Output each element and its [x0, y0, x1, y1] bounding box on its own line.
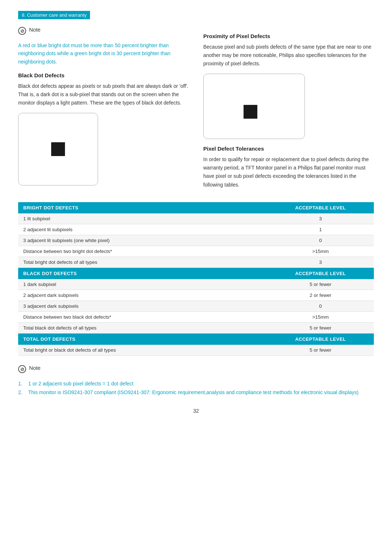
row-label: 3 adjacent lit subpixels (one white pixe… — [18, 235, 267, 246]
bottom-note-section: ⊘ Note 1. 1 or 2 adjacent sub pixel defe… — [18, 365, 374, 397]
table-row: Distance between two black dot defects* … — [18, 312, 374, 323]
row-label: Total bright dot defects of all types — [18, 257, 267, 268]
list-num: 1. — [18, 380, 23, 388]
row-label: Distance between two bright dot defects* — [18, 246, 267, 257]
black-dot-header-label: BLACK DOT DEFECTS — [18, 268, 267, 279]
bottom-note-header: ⊘ Note — [18, 365, 374, 373]
defect-tables: BRIGHT DOT DEFECTS ACCEPTABLE LEVEL 1 li… — [18, 202, 374, 356]
bright-dot-header-row: BRIGHT DOT DEFECTS ACCEPTABLE LEVEL — [18, 202, 374, 213]
table-row: 1 dark subpixel 5 or fewer — [18, 279, 374, 290]
bottom-note-icon: ⊘ — [18, 365, 26, 373]
note-label: Note — [29, 26, 41, 33]
row-value: 3 — [267, 257, 374, 268]
list-item: 2. This monitor is ISO9241-307 compliant… — [18, 388, 374, 397]
tolerance-body: In order to qualify for repair or replac… — [203, 155, 374, 189]
list-item: 1. 1 or 2 adjacent sub pixel defects = 1… — [18, 380, 374, 388]
proximity-heading: Proximity of Pixel Defects — [203, 33, 374, 39]
row-label: 2 adjacent lit subpixels — [18, 224, 267, 235]
table-row: Total black dot defects of all types 5 o… — [18, 323, 374, 334]
bottom-note-label: Note — [29, 365, 41, 371]
row-value: 1 — [267, 224, 374, 235]
right-diagram — [203, 74, 305, 139]
row-label: 1 lit subpixel — [18, 213, 267, 224]
black-square-icon — [51, 142, 65, 156]
row-label: Total bright or black dot defects of all… — [18, 345, 267, 356]
row-label: 1 dark subpixel — [18, 279, 267, 290]
table-row: 2 adjacent lit subpixels 1 — [18, 224, 374, 235]
black-dot-header-row: BLACK DOT DEFECTS ACCEPTABLE LEVEL — [18, 268, 374, 279]
row-value: 5 or fewer — [267, 345, 374, 356]
row-label: Total black dot defects of all types — [18, 323, 267, 334]
breadcrumb: 8. Customer care and warranty — [18, 11, 90, 19]
row-label: 2 adjacent dark subpixels — [18, 290, 267, 301]
total-dot-header-level: ACCEPTABLE LEVEL — [267, 334, 374, 345]
total-dot-header-label: TOTAL DOT DEFECTS — [18, 334, 267, 345]
right-column: Proximity of Pixel Defects Because pixel… — [203, 26, 374, 191]
row-value: 5 or fewer — [267, 279, 374, 290]
note-section: ⊘ Note — [18, 26, 189, 35]
left-column: ⊘ Note A red or blue bright dot must be … — [18, 26, 189, 191]
table-row: 3 adjacent dark subpixels 0 — [18, 301, 374, 312]
table-row: Total bright dot defects of all types 3 — [18, 257, 374, 268]
row-label: 3 adjacent dark subpixels — [18, 301, 267, 312]
total-dot-header-row: TOTAL DOT DEFECTS ACCEPTABLE LEVEL — [18, 334, 374, 345]
row-value: 2 or fewer — [267, 290, 374, 301]
row-value: 0 — [267, 235, 374, 246]
tolerance-heading: Pixel Defect Tolerances — [203, 146, 374, 152]
black-dot-body: Black dot defects appear as pixels or su… — [18, 82, 189, 107]
page-number: 32 — [18, 408, 374, 414]
table-row: Total bright or black dot defects of all… — [18, 345, 374, 356]
row-value: 3 — [267, 213, 374, 224]
table-row: Distance between two bright dot defects*… — [18, 246, 374, 257]
note-icon: ⊘ — [18, 27, 26, 35]
bottom-note-list: 1. 1 or 2 adjacent sub pixel defects = 1… — [18, 380, 374, 397]
black-square-right-icon — [244, 105, 257, 119]
left-diagram — [18, 113, 98, 185]
black-dot-heading: Black Dot Defects — [18, 72, 189, 78]
row-value: 0 — [267, 301, 374, 312]
row-value: 5 or fewer — [267, 323, 374, 334]
row-value: >15mm — [267, 246, 374, 257]
table-row: 2 adjacent dark subpixels 2 or fewer — [18, 290, 374, 301]
black-dot-header-level: ACCEPTABLE LEVEL — [267, 268, 374, 279]
row-label: Distance between two black dot defects* — [18, 312, 267, 323]
list-num: 2. — [18, 388, 23, 397]
table-row: 1 lit subpixel 3 — [18, 213, 374, 224]
table-row: 3 adjacent lit subpixels (one white pixe… — [18, 235, 374, 246]
row-value: >15mm — [267, 312, 374, 323]
proximity-body: Because pixel and sub pixels defects of … — [203, 43, 374, 68]
bright-dot-header-label: BRIGHT DOT DEFECTS — [18, 202, 267, 213]
note-text: A red or blue bright dot must be more th… — [18, 41, 189, 66]
bright-dot-header-level: ACCEPTABLE LEVEL — [267, 202, 374, 213]
